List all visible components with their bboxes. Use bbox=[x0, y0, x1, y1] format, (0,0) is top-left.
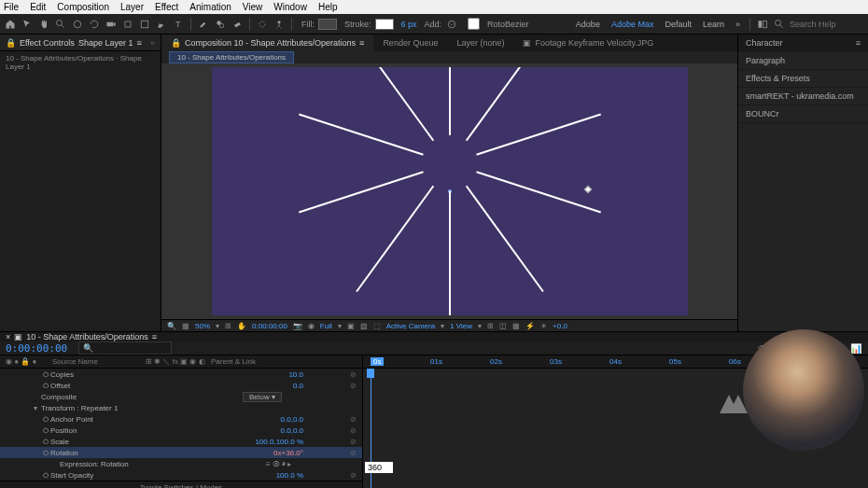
resolution-dropdown[interactable]: Full bbox=[320, 322, 332, 330]
toggle-switches-button[interactable]: Toggle Switches / Modes bbox=[140, 483, 223, 488]
menu-edit[interactable]: Edit bbox=[30, 2, 46, 12]
current-timecode[interactable]: 0:00:00:00 bbox=[6, 342, 67, 355]
property-row-scale[interactable]: ÖScale100.0,100.0 %⊘ bbox=[0, 436, 362, 447]
vc-exposure-icon[interactable]: ☀ bbox=[540, 322, 547, 330]
menu-effect[interactable]: Effect bbox=[155, 2, 178, 12]
panel-toggle-icon[interactable] bbox=[756, 18, 769, 31]
vc-guides-icon[interactable]: ⊞ bbox=[487, 322, 494, 330]
tab-footage[interactable]: ▣ Footage Keyframe Velocity.JPG bbox=[513, 35, 663, 51]
property-row-anchor-point[interactable]: ÖAnchor Point0.0,0.0⊘ bbox=[0, 413, 362, 425]
menu-animation[interactable]: Animation bbox=[189, 2, 231, 12]
shape-stroke bbox=[299, 171, 424, 213]
close-icon[interactable]: × bbox=[6, 332, 10, 342]
menu-file[interactable]: File bbox=[4, 2, 19, 12]
bouncr-panel-tab[interactable]: BOUNCr bbox=[738, 105, 868, 123]
menu-layer[interactable]: Layer bbox=[120, 2, 144, 12]
workspace-learn[interactable]: Learn bbox=[703, 20, 724, 29]
vc-channel-icon[interactable]: ◉ bbox=[308, 322, 315, 330]
rotobezier-checkbox[interactable] bbox=[468, 18, 480, 30]
property-row-offset[interactable]: ÖOffset0.0⊘ bbox=[0, 380, 362, 391]
pan-behind-tool-icon[interactable] bbox=[121, 18, 134, 31]
home-icon[interactable] bbox=[4, 18, 17, 31]
workspace-overflow[interactable]: » bbox=[735, 20, 740, 29]
clone-tool-icon[interactable] bbox=[214, 18, 227, 31]
workspace-adobemax[interactable]: Adobe Max bbox=[611, 20, 654, 29]
menu-help[interactable]: Help bbox=[318, 2, 338, 12]
parent-link-column[interactable]: Parent & Link bbox=[211, 357, 318, 366]
search-help-input[interactable] bbox=[790, 20, 864, 29]
workspace-adobe[interactable]: Adobe bbox=[576, 20, 600, 29]
camera-dropdown[interactable]: Active Camera bbox=[386, 322, 435, 330]
vc-region-icon[interactable]: ▣ bbox=[347, 322, 355, 330]
zoom-tool-icon[interactable] bbox=[54, 18, 67, 31]
tab-composition[interactable]: 🔒 Composition 10 - Shape Attributes/Oper… bbox=[161, 35, 373, 51]
vc-time[interactable]: 0:00:00:00 bbox=[252, 322, 287, 330]
footage-icon: ▣ bbox=[523, 38, 531, 48]
webcam-overlay bbox=[743, 329, 864, 451]
zoom-level[interactable]: 50% bbox=[195, 322, 210, 330]
effect-controls-tab[interactable]: Shape Layer 1 bbox=[78, 38, 133, 48]
effect-controls-panel: 🔒 Effect Controls Shape Layer 1 ≡ » 10 -… bbox=[0, 35, 161, 331]
fill-swatch[interactable] bbox=[318, 19, 337, 30]
stroke-width[interactable]: 6 px bbox=[401, 20, 417, 29]
svg-point-10 bbox=[278, 21, 281, 23]
property-row-transform-repeater-[interactable]: ▾Transform : Repeater 1 bbox=[0, 402, 362, 413]
add-dropdown-icon[interactable] bbox=[445, 18, 458, 31]
timeline-search-input[interactable] bbox=[78, 342, 172, 355]
timeline-tab[interactable]: 10 - Shape Attributes/Operations bbox=[26, 332, 148, 342]
panel-overflow[interactable]: » bbox=[150, 38, 155, 48]
panel-menu[interactable]: ≡ bbox=[359, 38, 364, 48]
paragraph-panel-tab[interactable]: Paragraph bbox=[738, 52, 868, 70]
exposure-value[interactable]: +0.0 bbox=[553, 322, 567, 330]
composition-panel: 🔒 Composition 10 - Shape Attributes/Oper… bbox=[161, 35, 737, 331]
stroke-label: Stroke: bbox=[344, 20, 371, 29]
vc-transparency-icon[interactable]: ▨ bbox=[360, 322, 368, 330]
view-dropdown[interactable]: 1 View bbox=[450, 322, 472, 330]
composition-breadcrumb[interactable]: 10 - Shape Attributes/Operations bbox=[169, 51, 294, 63]
panel-menu[interactable]: ≡ bbox=[136, 38, 141, 48]
menu-window[interactable]: Window bbox=[273, 2, 307, 12]
vc-grid-icon[interactable]: ▦ bbox=[182, 322, 189, 330]
smartrekt-panel-tab[interactable]: smartREKT - ukramedia.com bbox=[738, 88, 868, 105]
eraser-tool-icon[interactable] bbox=[231, 18, 244, 31]
snapshot-icon[interactable]: 📷 bbox=[293, 322, 302, 330]
tab-layer[interactable]: Layer (none) bbox=[447, 35, 513, 51]
property-row-start-opacity[interactable]: ÖStart Opacity100.0 %⊘ bbox=[0, 469, 362, 481]
character-panel-tab[interactable]: Character≡ bbox=[738, 35, 868, 52]
property-row-rotation[interactable]: ÖRotation0x+36.0°⊘ bbox=[0, 447, 362, 458]
camera-tool-icon[interactable] bbox=[105, 18, 118, 31]
workspace-default[interactable]: Default bbox=[665, 20, 692, 29]
property-row-copies[interactable]: ÖCopies10.0⊘ bbox=[0, 369, 362, 380]
stroke-swatch[interactable] bbox=[375, 19, 394, 30]
hand-tool-icon[interactable] bbox=[37, 18, 50, 31]
vc-mask-icon[interactable]: ◫ bbox=[499, 322, 507, 330]
brush-tool-icon[interactable] bbox=[197, 18, 210, 31]
pen-tool-icon[interactable] bbox=[155, 18, 168, 31]
shape-tool-icon[interactable] bbox=[138, 18, 151, 31]
puppet-tool-icon[interactable] bbox=[273, 18, 286, 31]
vc-fast-icon[interactable]: ⚡ bbox=[525, 322, 535, 330]
rotation-tool-icon[interactable] bbox=[88, 18, 101, 31]
vc-hand-icon[interactable]: ✋ bbox=[237, 322, 246, 330]
composition-viewport[interactable] bbox=[212, 67, 688, 315]
menu-composition[interactable]: Composition bbox=[57, 2, 109, 12]
property-row-composite[interactable]: CompositeBelow ▾ bbox=[0, 391, 362, 402]
vc-res-icon[interactable]: ⊞ bbox=[225, 322, 231, 330]
lock-icon[interactable]: 🔒 bbox=[6, 38, 16, 48]
roto-tool-icon[interactable] bbox=[256, 18, 269, 31]
svg-point-0 bbox=[57, 20, 63, 25]
selection-tool-icon[interactable] bbox=[21, 18, 34, 31]
source-name-column[interactable]: Source Name bbox=[52, 357, 146, 366]
menu-view[interactable]: View bbox=[243, 2, 263, 12]
transform-handle[interactable] bbox=[583, 186, 591, 193]
effects-presets-panel-tab[interactable]: Effects & Presets bbox=[738, 70, 868, 88]
vc-magnify-icon[interactable]: 🔍 bbox=[167, 322, 176, 330]
vc-3d-icon[interactable]: ⬚ bbox=[373, 322, 381, 330]
property-row-position[interactable]: ÖPosition0.0,0.0⊘ bbox=[0, 425, 362, 436]
vc-pixel-icon[interactable]: ▦ bbox=[512, 322, 520, 330]
property-row-expression-rotation[interactable]: Expression: Rotation≡ ⦿ ◉ ▸ bbox=[0, 458, 362, 469]
tab-render-queue[interactable]: Render Queue bbox=[373, 35, 447, 51]
type-tool-icon[interactable]: T bbox=[172, 18, 185, 31]
orbit-tool-icon[interactable] bbox=[71, 18, 84, 31]
expression-input[interactable]: 360 bbox=[365, 462, 393, 473]
